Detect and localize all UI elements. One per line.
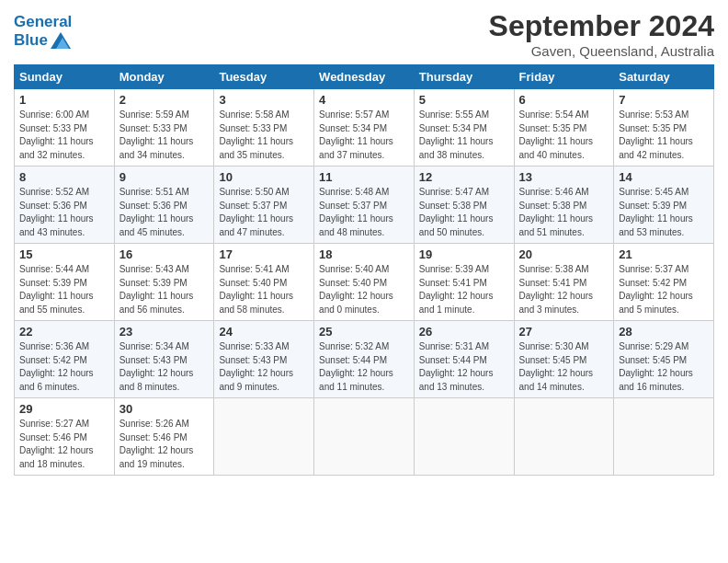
table-row: 7Sunrise: 5:53 AM Sunset: 5:35 PM Daylig…	[614, 89, 714, 167]
logo-icon	[51, 32, 71, 49]
table-row: 3Sunrise: 5:58 AM Sunset: 5:33 PM Daylig…	[214, 89, 314, 167]
table-row: 6Sunrise: 5:54 AM Sunset: 5:35 PM Daylig…	[514, 89, 614, 167]
day-number: 24	[219, 325, 309, 339]
day-detail: Sunrise: 5:57 AM Sunset: 5:34 PM Dayligh…	[319, 109, 409, 162]
table-row: 10Sunrise: 5:50 AM Sunset: 5:37 PM Dayli…	[214, 167, 314, 244]
table-row: 30Sunrise: 5:26 AM Sunset: 5:46 PM Dayli…	[114, 398, 214, 476]
calendar-week-row: 1Sunrise: 6:00 AM Sunset: 5:33 PM Daylig…	[15, 89, 714, 167]
day-number: 3	[219, 93, 309, 107]
day-detail: Sunrise: 6:00 AM Sunset: 5:33 PM Dayligh…	[19, 109, 109, 162]
table-row	[414, 398, 514, 476]
day-detail: Sunrise: 5:33 AM Sunset: 5:43 PM Dayligh…	[219, 340, 309, 394]
day-number: 6	[519, 93, 609, 107]
table-row: 23Sunrise: 5:34 AM Sunset: 5:43 PM Dayli…	[114, 321, 214, 398]
day-number: 1	[19, 93, 109, 107]
table-row: 8Sunrise: 5:52 AM Sunset: 5:36 PM Daylig…	[15, 167, 115, 244]
day-detail: Sunrise: 5:30 AM Sunset: 5:45 PM Dayligh…	[519, 340, 609, 394]
title-block: September 2024 Gaven, Queensland, Austra…	[489, 9, 714, 59]
day-detail: Sunrise: 5:31 AM Sunset: 5:44 PM Dayligh…	[419, 340, 509, 394]
table-row: 11Sunrise: 5:48 AM Sunset: 5:37 PM Dayli…	[314, 167, 415, 244]
day-detail: Sunrise: 5:32 AM Sunset: 5:44 PM Dayligh…	[319, 340, 409, 394]
day-number: 28	[619, 325, 709, 339]
day-number: 4	[319, 93, 409, 107]
header-row: Sunday Monday Tuesday Wednesday Thursday…	[15, 65, 714, 89]
table-row: 18Sunrise: 5:40 AM Sunset: 5:40 PM Dayli…	[314, 244, 415, 321]
table-row: 21Sunrise: 5:37 AM Sunset: 5:42 PM Dayli…	[614, 244, 714, 321]
logo-blue: Blue	[14, 31, 48, 50]
day-number: 18	[319, 247, 409, 261]
day-detail: Sunrise: 5:41 AM Sunset: 5:40 PM Dayligh…	[219, 263, 309, 316]
table-row: 17Sunrise: 5:41 AM Sunset: 5:40 PM Dayli…	[214, 244, 314, 321]
day-number: 20	[519, 247, 609, 261]
day-detail: Sunrise: 5:29 AM Sunset: 5:45 PM Dayligh…	[619, 340, 709, 394]
table-row: 20Sunrise: 5:38 AM Sunset: 5:41 PM Dayli…	[514, 244, 614, 321]
day-detail: Sunrise: 5:54 AM Sunset: 5:35 PM Dayligh…	[519, 109, 609, 162]
day-detail: Sunrise: 5:43 AM Sunset: 5:39 PM Dayligh…	[119, 263, 210, 316]
table-row: 27Sunrise: 5:30 AM Sunset: 5:45 PM Dayli…	[514, 321, 614, 398]
col-thursday: Thursday	[414, 65, 514, 89]
day-detail: Sunrise: 5:39 AM Sunset: 5:41 PM Dayligh…	[419, 263, 509, 316]
table-row: 22Sunrise: 5:36 AM Sunset: 5:42 PM Dayli…	[15, 321, 115, 398]
day-detail: Sunrise: 5:45 AM Sunset: 5:39 PM Dayligh…	[619, 186, 709, 239]
day-number: 11	[319, 170, 409, 184]
day-detail: Sunrise: 5:44 AM Sunset: 5:39 PM Dayligh…	[19, 263, 109, 316]
table-row: 24Sunrise: 5:33 AM Sunset: 5:43 PM Dayli…	[214, 321, 314, 398]
day-detail: Sunrise: 5:47 AM Sunset: 5:38 PM Dayligh…	[419, 186, 509, 239]
calendar-week-row: 22Sunrise: 5:36 AM Sunset: 5:42 PM Dayli…	[15, 321, 714, 398]
col-sunday: Sunday	[15, 65, 115, 89]
day-number: 13	[519, 170, 609, 184]
day-detail: Sunrise: 5:40 AM Sunset: 5:40 PM Dayligh…	[319, 263, 409, 316]
day-number: 14	[619, 170, 709, 184]
table-row: 26Sunrise: 5:31 AM Sunset: 5:44 PM Dayli…	[414, 321, 514, 398]
day-detail: Sunrise: 5:46 AM Sunset: 5:38 PM Dayligh…	[519, 186, 609, 239]
day-detail: Sunrise: 5:34 AM Sunset: 5:43 PM Dayligh…	[119, 340, 210, 394]
table-row: 25Sunrise: 5:32 AM Sunset: 5:44 PM Dayli…	[314, 321, 415, 398]
day-number: 17	[219, 247, 309, 261]
day-number: 10	[219, 170, 309, 184]
calendar-table: Sunday Monday Tuesday Wednesday Thursday…	[14, 64, 714, 476]
calendar-week-row: 15Sunrise: 5:44 AM Sunset: 5:39 PM Dayli…	[15, 244, 714, 321]
table-row: 28Sunrise: 5:29 AM Sunset: 5:45 PM Dayli…	[614, 321, 714, 398]
day-number: 22	[19, 325, 109, 339]
day-detail: Sunrise: 5:53 AM Sunset: 5:35 PM Dayligh…	[619, 109, 709, 162]
col-tuesday: Tuesday	[214, 65, 314, 89]
logo-general: General	[14, 13, 72, 30]
day-detail: Sunrise: 5:50 AM Sunset: 5:37 PM Dayligh…	[219, 186, 309, 239]
main-title: September 2024	[489, 9, 714, 43]
day-number: 30	[119, 402, 210, 416]
subtitle: Gaven, Queensland, Australia	[489, 43, 714, 59]
logo-text: General Blue	[14, 13, 72, 50]
table-row: 4Sunrise: 5:57 AM Sunset: 5:34 PM Daylig…	[314, 89, 415, 167]
day-number: 19	[419, 247, 509, 261]
table-row: 5Sunrise: 5:55 AM Sunset: 5:34 PM Daylig…	[414, 89, 514, 167]
table-row: 1Sunrise: 6:00 AM Sunset: 5:33 PM Daylig…	[15, 89, 115, 167]
col-monday: Monday	[114, 65, 214, 89]
col-saturday: Saturday	[614, 65, 714, 89]
table-row	[514, 398, 614, 476]
day-number: 5	[419, 93, 509, 107]
day-number: 12	[419, 170, 509, 184]
day-number: 29	[19, 402, 109, 416]
table-row	[214, 398, 314, 476]
calendar-week-row: 8Sunrise: 5:52 AM Sunset: 5:36 PM Daylig…	[15, 167, 714, 244]
day-number: 16	[119, 247, 210, 261]
table-row: 13Sunrise: 5:46 AM Sunset: 5:38 PM Dayli…	[514, 167, 614, 244]
day-detail: Sunrise: 5:37 AM Sunset: 5:42 PM Dayligh…	[619, 263, 709, 316]
day-detail: Sunrise: 5:55 AM Sunset: 5:34 PM Dayligh…	[419, 109, 509, 162]
table-row	[614, 398, 714, 476]
day-number: 23	[119, 325, 210, 339]
logo: General Blue	[14, 13, 72, 50]
day-detail: Sunrise: 5:27 AM Sunset: 5:46 PM Dayligh…	[19, 418, 109, 471]
table-row: 16Sunrise: 5:43 AM Sunset: 5:39 PM Dayli…	[114, 244, 214, 321]
col-friday: Friday	[514, 65, 614, 89]
table-row: 14Sunrise: 5:45 AM Sunset: 5:39 PM Dayli…	[614, 167, 714, 244]
day-detail: Sunrise: 5:51 AM Sunset: 5:36 PM Dayligh…	[119, 186, 210, 239]
table-row: 15Sunrise: 5:44 AM Sunset: 5:39 PM Dayli…	[15, 244, 115, 321]
table-row: 9Sunrise: 5:51 AM Sunset: 5:36 PM Daylig…	[114, 167, 214, 244]
day-detail: Sunrise: 5:38 AM Sunset: 5:41 PM Dayligh…	[519, 263, 609, 316]
day-number: 21	[619, 247, 709, 261]
day-detail: Sunrise: 5:52 AM Sunset: 5:36 PM Dayligh…	[19, 186, 109, 239]
table-row	[314, 398, 415, 476]
day-number: 2	[119, 93, 210, 107]
calendar-week-row: 29Sunrise: 5:27 AM Sunset: 5:46 PM Dayli…	[15, 398, 714, 476]
